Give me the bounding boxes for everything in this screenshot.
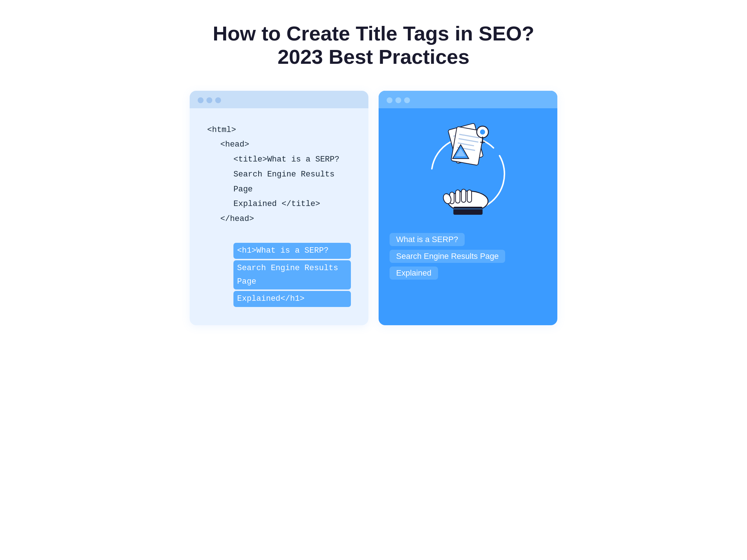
- left-card: <html> <head> <title>What is a SERP? Sea…: [190, 91, 368, 325]
- right-dot-1: [387, 97, 392, 103]
- right-dot-3: [404, 97, 410, 103]
- code-head-open: <head>: [207, 137, 351, 152]
- right-highlight-2: Search Engine Results Page: [390, 250, 505, 263]
- left-card-topbar: [190, 91, 368, 108]
- code-head-close: </head>: [207, 212, 351, 227]
- page-title: How to Create Title Tags in SEO? 2023 Be…: [213, 22, 534, 69]
- right-highlight-3: Explained: [390, 267, 438, 280]
- right-card-topbar: [379, 91, 557, 108]
- left-dot-3: [215, 97, 221, 103]
- code-block: <html> <head> <title>What is a SERP? Sea…: [207, 123, 351, 307]
- right-card-body: What is a SERP? Search Engine Results Pa…: [379, 108, 557, 297]
- code-title-line2: Search Engine Results Page: [207, 167, 351, 197]
- h1-highlight-1: <h1>What is a SERP?: [233, 243, 351, 258]
- code-h1-line1: <h1>What is a SERP?: [207, 243, 351, 258]
- illustration-area: [417, 119, 519, 221]
- h1-highlight-3: Explained</h1>: [233, 291, 351, 307]
- code-html-open: <html>: [207, 123, 351, 138]
- left-dot-2: [206, 97, 212, 103]
- svg-rect-4: [461, 189, 466, 202]
- h1-highlight-2: Search Engine Results Page: [233, 260, 351, 290]
- svg-rect-5: [467, 190, 472, 202]
- code-h1-line2: Search Engine Results Page: [207, 260, 351, 290]
- right-dot-2: [395, 97, 401, 103]
- cards-container: <html> <head> <title>What is a SERP? Sea…: [173, 91, 574, 325]
- right-card: What is a SERP? Search Engine Results Pa…: [379, 91, 557, 325]
- svg-rect-7: [453, 207, 483, 215]
- right-highlight-1: What is a SERP?: [390, 233, 465, 246]
- right-text-block: What is a SERP? Search Engine Results Pa…: [390, 233, 546, 280]
- svg-rect-3: [456, 190, 460, 203]
- left-dot-1: [198, 97, 204, 103]
- code-title-line3: Explained </title>: [207, 197, 351, 212]
- code-title-line1: <title>What is a SERP?: [207, 152, 351, 167]
- serp-illustration-svg: [421, 123, 515, 218]
- svg-point-20: [480, 129, 485, 135]
- left-card-body: <html> <head> <title>What is a SERP? Sea…: [190, 108, 368, 325]
- code-h1-line3: Explained</h1>: [207, 291, 351, 307]
